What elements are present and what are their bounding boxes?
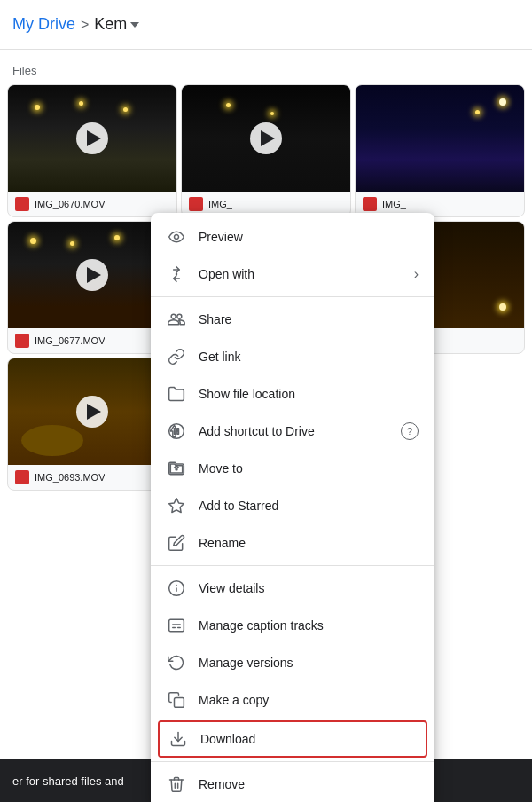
breadcrumb: My Drive > Kem (12, 15, 139, 34)
file-thumbnail (8, 85, 176, 192)
menu-label-make-copy: Make a copy (199, 693, 419, 707)
move-to-icon (167, 459, 186, 478)
menu-label-view-details: View details (199, 581, 419, 595)
menu-item-add-shortcut[interactable]: Add shortcut to Drive ? (151, 413, 434, 450)
menu-label-get-link: Get link (199, 350, 419, 364)
file-name: IMG_ (208, 199, 232, 209)
menu-item-move-to[interactable]: Move to (151, 450, 434, 487)
menu-label-add-starred: Add to Starred (199, 499, 419, 513)
menu-item-view-details[interactable]: View details (151, 570, 434, 607)
menu-item-remove[interactable]: Remove (151, 766, 434, 802)
menu-divider-2 (151, 565, 434, 566)
menu-label-remove: Remove (199, 777, 419, 791)
trash-icon (167, 774, 186, 794)
menu-item-share[interactable]: Share (151, 301, 434, 338)
pencil-icon (167, 533, 186, 553)
file-thumbnail (356, 85, 524, 192)
menu-label-preview: Preview (199, 230, 419, 244)
menu-item-rename[interactable]: Rename (151, 524, 434, 562)
menu-item-show-location[interactable]: Show file location (151, 375, 434, 413)
status-text: er for shared files and (12, 774, 124, 788)
history-icon (167, 653, 186, 672)
file-type-icon (15, 334, 29, 348)
menu-item-download[interactable]: Download (158, 720, 427, 758)
play-icon (87, 267, 101, 283)
file-type-icon (363, 197, 377, 211)
menu-item-open-with[interactable]: Open with › (151, 256, 434, 293)
file-label: IMG_0670.MOV (8, 192, 176, 216)
files-section-label: Files (0, 50, 532, 84)
menu-item-manage-versions[interactable]: Manage versions (151, 644, 434, 681)
context-menu: Preview Open with › Share Get link Show … (151, 213, 434, 802)
star-icon (167, 496, 186, 515)
menu-label-open-with: Open with (199, 267, 402, 281)
file-type-icon (189, 197, 203, 211)
play-icon (87, 404, 101, 420)
open-with-icon (167, 264, 186, 284)
file-tile[interactable]: IMG_ (181, 84, 351, 217)
download-icon (168, 729, 188, 749)
menu-label-download: Download (200, 732, 417, 746)
play-icon (87, 130, 101, 146)
svg-point-0 (175, 235, 179, 240)
menu-item-preview[interactable]: Preview (151, 218, 434, 256)
menu-divider-3 (151, 761, 434, 762)
play-icon (261, 130, 275, 146)
eye-icon (167, 227, 186, 247)
menu-label-add-shortcut: Add shortcut to Drive (199, 424, 388, 438)
menu-item-manage-captions[interactable]: Manage caption tracks (151, 607, 434, 644)
captions-icon (167, 616, 186, 635)
file-name: IMG_0677.MOV (35, 335, 105, 346)
breadcrumb-current[interactable]: Kem (94, 15, 139, 34)
menu-label-manage-captions: Manage caption tracks (199, 618, 419, 633)
info-icon (167, 578, 186, 598)
play-button[interactable] (76, 396, 108, 428)
file-thumbnail (182, 85, 350, 192)
link-icon (167, 347, 186, 366)
submenu-arrow-icon: › (414, 266, 419, 282)
svg-marker-2 (169, 499, 184, 513)
help-icon[interactable]: ? (401, 422, 419, 440)
menu-item-get-link[interactable]: Get link (151, 338, 434, 375)
current-folder-label: Kem (94, 15, 127, 34)
folder-icon (167, 384, 186, 404)
file-tile[interactable]: IMG_0670.MOV (7, 84, 177, 217)
menu-item-make-copy[interactable]: Make a copy (151, 681, 434, 719)
svg-rect-7 (175, 698, 184, 708)
file-tile[interactable]: IMG_ (355, 84, 525, 217)
file-name: IMG_0670.MOV (35, 199, 105, 209)
menu-divider (151, 296, 434, 297)
header: My Drive > Kem (0, 0, 532, 50)
file-type-icon (15, 197, 29, 211)
play-button[interactable] (76, 259, 108, 291)
play-button[interactable] (76, 122, 108, 154)
file-type-icon (15, 470, 29, 484)
menu-label-manage-versions: Manage versions (199, 656, 419, 670)
menu-label-show-location: Show file location (199, 387, 419, 401)
share-icon (167, 310, 186, 329)
file-name: IMG_0693.MOV (35, 472, 105, 483)
menu-label-rename: Rename (199, 536, 419, 550)
menu-item-add-starred[interactable]: Add to Starred (151, 487, 434, 524)
breadcrumb-separator: > (81, 17, 89, 33)
chevron-down-icon (130, 22, 139, 28)
copy-icon (167, 690, 186, 710)
shortcut-icon (167, 421, 186, 441)
play-button[interactable] (250, 122, 282, 154)
svg-point-1 (176, 273, 178, 276)
menu-label-share: Share (199, 312, 419, 326)
menu-label-move-to: Move to (199, 461, 419, 476)
file-name: IMG_ (382, 199, 406, 209)
mydrive-link[interactable]: My Drive (12, 15, 75, 34)
